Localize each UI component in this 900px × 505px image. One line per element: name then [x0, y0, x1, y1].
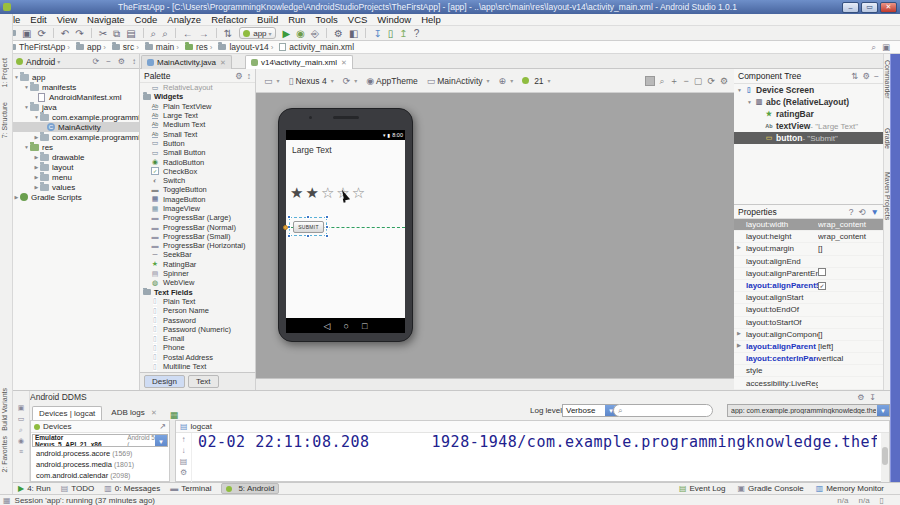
textview-large-text[interactable]: Large Text: [292, 145, 332, 155]
palette-item[interactable]: RatingBar: [140, 260, 255, 269]
cut-icon[interactable]: ✂: [99, 26, 107, 41]
node-textview[interactable]: AbtextView - "Large Text": [734, 120, 883, 132]
copy-icon[interactable]: ⧉: [113, 26, 120, 41]
maximize-button[interactable]: ▭: [861, 2, 878, 13]
logcat-filter-select[interactable]: app: com.example.programmingknowledge.th…: [727, 404, 890, 417]
reset-icon[interactable]: ⟲: [858, 207, 865, 217]
palette-item[interactable]: Button: [140, 139, 255, 148]
palette-section-widgets[interactable]: Widgets: [140, 92, 255, 101]
tab-activity-main-xml[interactable]: v14\activity_main.xml ✕: [245, 55, 353, 69]
palette-item[interactable]: Person Name: [140, 306, 255, 315]
resize-handle[interactable]: [287, 234, 291, 238]
find-icon[interactable]: ⌕: [151, 26, 157, 41]
menu-refactor[interactable]: Refactor: [206, 14, 252, 25]
close-button[interactable]: ✕: [880, 2, 897, 13]
property-row[interactable]: ▶layout:alignComponent[]: [734, 329, 883, 341]
logcat-scrollbar[interactable]: [881, 433, 889, 482]
api-level-selector[interactable]: 21▾: [522, 76, 550, 86]
avd-manager-icon[interactable]: ▯: [388, 26, 394, 41]
palette-item[interactable]: Spinner: [140, 269, 255, 278]
palette-item[interactable]: Password (Numeric): [140, 325, 255, 334]
back-icon[interactable]: ←: [183, 26, 193, 41]
node-ratingbar[interactable]: ★ratingBar: [734, 108, 883, 120]
process-row[interactable]: com.android.calendar(2098): [31, 470, 169, 481]
tree-item-layout[interactable]: ▶layout: [13, 162, 139, 172]
orientation-selector[interactable]: ⟳▾: [343, 76, 358, 86]
tab-devices-logcat[interactable]: Devices | logcat: [32, 406, 102, 420]
palette-item[interactable]: Small Button: [140, 148, 255, 157]
palette-item[interactable]: RadioButton: [140, 157, 255, 166]
property-row[interactable]: layout:centerInParentvertical: [734, 353, 883, 365]
table-view-icon[interactable]: ▦: [170, 410, 179, 420]
panel-settings-icon[interactable]: ⚙: [118, 57, 125, 66]
tool-tab-event-log[interactable]: ▤Event Log: [679, 484, 726, 493]
breadcrumb-res[interactable]: res: [196, 42, 208, 52]
menu-build[interactable]: Build: [252, 14, 283, 25]
submit-button-widget[interactable]: SUBMIT: [293, 221, 324, 233]
ddms-settings-icon[interactable]: ⚙: [857, 393, 864, 402]
float-pane-icon[interactable]: ↗: [159, 422, 166, 431]
logcat-line[interactable]: 02-02 22:11:08.2081928-1948/com.example.…: [198, 433, 877, 451]
tree-item-menu[interactable]: ▶menu: [13, 172, 139, 182]
palette-item[interactable]: Password: [140, 315, 255, 324]
log-level-select[interactable]: Verbose ▼: [562, 404, 618, 417]
undo-icon[interactable]: ↶: [61, 26, 69, 41]
ct-settings-icon[interactable]: ⚙: [862, 71, 870, 81]
close-tab-icon[interactable]: ✕: [341, 59, 347, 67]
tool-tab-todo[interactable]: ▤TODO: [61, 484, 95, 493]
tool-tab-android[interactable]: 5: Android: [221, 483, 279, 494]
configuration-selector[interactable]: ▭▾: [264, 76, 280, 86]
breadcrumb-main[interactable]: main: [156, 42, 174, 52]
device-select[interactable]: Emulator Nexus_5_API_21_x86 Android 5.0.…: [32, 434, 168, 447]
checkbox-checked-icon[interactable]: ✓: [818, 282, 826, 290]
project-structure-icon[interactable]: ◧: [349, 26, 358, 41]
menu-analyze[interactable]: Analyze: [162, 14, 206, 25]
design-canvas[interactable]: ▾ ▮ 8:00 Large Text ★★☆☆☆ SUBMIT: [256, 93, 734, 378]
palette-item[interactable]: ProgressBar (Horizontal): [140, 241, 255, 250]
ddms-menu-icon[interactable]: ≡: [19, 448, 23, 455]
tool-tab-build-variants[interactable]: Build Variants: [1, 388, 8, 431]
property-row[interactable]: ▶layout:alignParent[left]: [734, 341, 883, 353]
property-row[interactable]: style: [734, 365, 883, 377]
zoom-in-icon[interactable]: ＋: [670, 75, 679, 88]
save-all-icon[interactable]: ▣: [22, 26, 31, 41]
palette-item[interactable]: WebView: [140, 278, 255, 287]
project-view-selector[interactable]: Android ▾ ⟳ − ⚙ ↕: [13, 54, 140, 69]
filter-icon[interactable]: ▼: [871, 207, 879, 217]
sdk-manager-icon[interactable]: ↥: [399, 26, 407, 41]
tab-mainactivity-java[interactable]: MainActivity.java ✕: [141, 55, 232, 69]
tree-item-package[interactable]: ▼com.example.programmingkno: [13, 112, 139, 122]
selected-widget-frame[interactable]: SUBMIT: [289, 217, 327, 236]
close-tab-icon[interactable]: ✕: [151, 409, 157, 416]
resize-handle[interactable]: [325, 225, 329, 229]
scroll-down-icon[interactable]: ↓: [182, 446, 186, 455]
tree-item-gradle-scripts[interactable]: ▶Gradle Scripts: [13, 192, 139, 202]
locale-selector[interactable]: ⊕▾: [499, 76, 514, 86]
menu-tools[interactable]: Tools: [311, 14, 343, 25]
palette-hide-icon[interactable]: ↕: [247, 71, 251, 81]
tree-item-res[interactable]: ▼res: [13, 142, 139, 152]
palette-item[interactable]: CheckBox: [140, 167, 255, 176]
tool-tab-project[interactable]: 1: Project: [1, 58, 8, 88]
palette-item[interactable]: Postal Address: [140, 353, 255, 362]
node-relativelayout[interactable]: ▼▥abc (RelativeLayout): [734, 96, 883, 108]
resize-handle[interactable]: [306, 215, 310, 219]
menu-help[interactable]: Help: [416, 14, 446, 25]
hide-window-icon[interactable]: ▣: [882, 42, 890, 53]
compare-icon[interactable]: ⇅: [224, 26, 232, 41]
palette-item[interactable]: ImageButton: [140, 195, 255, 204]
palette-item[interactable]: Switch: [140, 176, 255, 185]
process-row[interactable]: android.process.acore(1569): [31, 448, 169, 459]
menu-run[interactable]: Run: [283, 14, 310, 25]
run-icon[interactable]: ▶: [283, 26, 291, 41]
frame-toggle-icon[interactable]: ▢: [694, 76, 703, 86]
tree-item-manifests[interactable]: ▼manifests: [13, 82, 139, 92]
resize-handle[interactable]: [325, 215, 329, 219]
palette-item[interactable]: E-mail: [140, 334, 255, 343]
palette-settings-icon[interactable]: ⚙: [235, 71, 243, 81]
palette-item[interactable]: Small Text: [140, 129, 255, 138]
expand-icon[interactable]: ▶: [737, 330, 741, 336]
paste-icon[interactable]: ▤: [126, 26, 135, 41]
forward-icon[interactable]: →: [199, 26, 209, 41]
breadcrumb-layout-v14[interactable]: layout-v14: [229, 42, 268, 52]
